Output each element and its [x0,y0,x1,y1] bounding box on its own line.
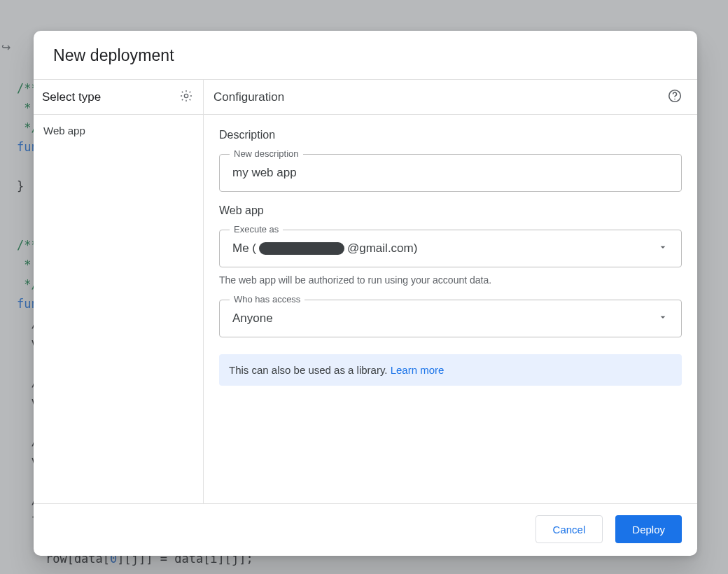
deploy-button[interactable]: Deploy [615,515,682,543]
redacted-email [259,242,344,255]
execute-as-field[interactable]: Execute as Me (@gmail.com) [219,230,682,267]
select-type-title: Select type [42,90,101,104]
execute-as-suffix: @gmail.com) [347,241,417,255]
gear-icon [179,89,193,105]
configuration-help-button[interactable] [665,88,685,107]
svg-point-2 [674,99,676,100]
who-has-access-value: Anyone [232,312,273,326]
library-info-text: This can also be used as a library. [229,364,391,376]
learn-more-link[interactable]: Learn more [391,364,444,376]
dialog-title: New deployment [53,46,678,65]
library-info-banner: This can also be used as a library. Lear… [219,354,682,386]
svg-point-0 [184,94,188,97]
execute-as-helper: The web app will be authorized to run us… [219,274,682,286]
configuration-body: Description New description Web app Exec… [204,115,697,503]
select-type-pane: Select type Web app [34,80,204,503]
chevron-down-icon [657,241,668,255]
select-type-gear-button[interactable] [176,88,196,107]
who-has-access-label: Who has access [230,294,304,304]
dialog-header: New deployment [34,31,697,79]
cancel-button[interactable]: Cancel [536,515,603,543]
help-icon [667,88,682,106]
dialog-body: Select type Web app Configuration [34,79,697,504]
webapp-section-title: Web app [219,204,682,217]
configuration-header: Configuration [204,80,697,115]
type-item-web-app[interactable]: Web app [34,115,203,146]
who-has-access-field[interactable]: Who has access Anyone [219,300,682,337]
dialog-footer: Cancel Deploy [34,504,697,556]
description-field[interactable]: New description [219,154,682,192]
description-input[interactable] [232,166,668,180]
new-deployment-dialog: New deployment Select type Web app Co [34,31,697,556]
execute-as-prefix: Me ( [232,241,256,255]
configuration-pane: Configuration Description New descriptio… [204,80,697,503]
select-type-header: Select type [34,80,203,115]
configuration-title: Configuration [214,90,284,104]
description-field-label: New description [230,148,303,159]
description-section-title: Description [219,129,682,141]
chevron-down-icon [657,312,668,326]
execute-as-label: Execute as [230,224,283,234]
execute-as-value: Me (@gmail.com) [232,241,417,255]
